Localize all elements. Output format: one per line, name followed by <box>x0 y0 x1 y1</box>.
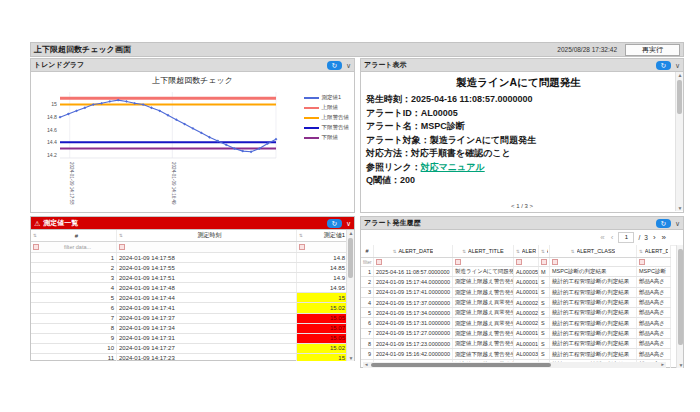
scroll-left-icon[interactable]: ◄ <box>364 362 368 368</box>
history-hscrollbar[interactable]: ◄ ► <box>363 362 666 368</box>
sort-icon[interactable]: ⇅ <box>639 249 643 254</box>
scroll-up-icon[interactable]: ▲ <box>347 230 354 236</box>
filter-icon[interactable] <box>455 259 461 265</box>
filter-icon[interactable] <box>639 259 645 265</box>
filter-icon[interactable] <box>119 244 125 250</box>
table-row[interactable]: 82024-01-09 14:17:3415.07 <box>31 324 348 334</box>
filter-cell[interactable] <box>374 258 453 266</box>
table-row[interactable]: 52024-01-09 15:17:34.0000000測定値上限越え異常発生!… <box>361 308 671 318</box>
scroll-down-icon[interactable]: ▼ <box>347 355 354 361</box>
table-row[interactable]: 62024-01-09 15:17:31.0000000測定値上限越え異常発生!… <box>361 318 671 328</box>
chevron-down-icon[interactable]: ∨ <box>675 219 680 228</box>
sort-icon[interactable]: ⇅ <box>393 249 397 254</box>
table-row[interactable]: 22024-01-09 14:17:5514.85 <box>31 263 348 273</box>
rerun-button[interactable]: 再実行 <box>625 44 680 56</box>
column-header[interactable]: ⇅測定値1 <box>297 230 348 241</box>
scroll-down-icon[interactable]: ▼ <box>677 362 683 368</box>
scroll-up-icon[interactable]: ▲ <box>676 72 684 78</box>
filter-icon[interactable] <box>376 259 382 265</box>
table-row[interactable]: 12025-04-16 11:08:57.0000000製造ラインAにて問題発生… <box>361 267 671 277</box>
column-header[interactable]: ⇅ALERT_D <box>637 245 671 257</box>
filter-cell[interactable] <box>539 258 550 266</box>
first-page-button[interactable]: « <box>600 233 604 243</box>
measurements-panel: ⚠ 測定値一覧 ↻ ∨ ⇅#⇅測定時刻⇅測定値1filter data...12… <box>30 216 355 361</box>
scrollbar-thumb[interactable] <box>371 363 551 367</box>
filter-icon[interactable] <box>541 259 547 265</box>
legend-label: 下限値 <box>322 134 339 141</box>
filter-cell[interactable] <box>637 258 671 266</box>
chevron-down-icon[interactable]: ∨ <box>346 61 351 70</box>
history-scrollbar[interactable]: ▼ <box>676 245 683 368</box>
chevron-down-icon[interactable]: ∨ <box>346 219 351 228</box>
column-header[interactable]: ⇅測定時刻 <box>117 230 297 241</box>
legend-item[interactable]: 上限値 <box>304 104 350 111</box>
chevron-down-icon[interactable]: ∨ <box>675 61 680 70</box>
scroll-down-icon[interactable]: ▼ <box>676 205 684 211</box>
manual-link[interactable]: 対応マニュアル <box>421 162 485 172</box>
filter-cell[interactable]: filter <box>361 258 374 266</box>
filter-cell[interactable] <box>550 258 637 266</box>
alert-scrollbar[interactable]: ▲ ▼ <box>675 72 683 211</box>
column-header[interactable]: ⇅ALERT. <box>539 245 550 257</box>
filter-icon[interactable] <box>33 244 39 250</box>
table-row[interactable]: 92024-01-09 15:16:42.0000000測定値下限越え警告発生!… <box>361 349 671 359</box>
table-row[interactable]: 42024-01-09 14:17:4814.95 <box>31 283 348 293</box>
refresh-icon[interactable]: ↻ <box>327 61 342 70</box>
refresh-icon[interactable]: ↻ <box>327 219 342 228</box>
table-row[interactable]: 72024-01-09 15:17:27.0000000測定値上限越え警告発生!… <box>361 329 671 339</box>
last-page-button[interactable]: » <box>662 233 666 243</box>
filter-icon[interactable] <box>299 244 305 250</box>
measurements-scrollbar[interactable]: ▲ ▼ <box>346 230 354 361</box>
table-row[interactable]: 82024-01-09 15:17:23.0000000測定値上限越え警告発生!… <box>361 339 671 349</box>
alert-pagination[interactable]: < 1 / 3 > <box>361 203 683 209</box>
filter-cell[interactable]: filter data... <box>31 242 117 252</box>
column-header[interactable]: ⇅ALERT_CLASS <box>550 245 637 257</box>
table-row[interactable]: 32024-01-09 14:17:5114.9 <box>31 273 348 283</box>
scrollbar-thumb[interactable] <box>678 249 683 345</box>
legend-item[interactable]: 測定値1 <box>304 94 350 101</box>
sort-icon[interactable]: ⇅ <box>299 233 303 238</box>
refresh-icon[interactable]: ↻ <box>656 219 671 228</box>
legend-label: 測定値1 <box>322 94 342 101</box>
legend-item[interactable]: 下限警告値 <box>304 124 350 131</box>
column-header[interactable]: # <box>361 245 374 257</box>
next-page-button[interactable]: › <box>653 233 656 243</box>
page-number-input[interactable]: 1 <box>618 232 634 243</box>
table-row[interactable]: 62024-01-09 14:17:4115.02 <box>31 303 348 313</box>
table-row[interactable]: 72024-01-09 14:17:3715.05 <box>31 314 348 324</box>
time-cell: 2024-01-09 14:17:55 <box>117 263 297 272</box>
legend-item[interactable]: 上限警告値 <box>304 114 350 121</box>
filter-cell[interactable] <box>514 258 539 266</box>
filter-cell[interactable] <box>453 258 514 266</box>
sort-icon[interactable]: ⇅ <box>541 249 545 254</box>
table-row[interactable]: 42024-01-09 15:17:37.0000000測定値上限越え異常発生!… <box>361 298 671 308</box>
legend-label: 上限警告値 <box>322 114 350 121</box>
table-row[interactable]: 12024-01-09 14:17:5814.8 <box>31 253 348 263</box>
column-header[interactable]: ⇅ALERT_DATE <box>374 245 453 257</box>
title-cell: 測定値上限越え警告発生! <box>453 329 514 338</box>
filter-icon[interactable] <box>552 259 558 265</box>
sort-icon[interactable]: ⇅ <box>462 249 466 254</box>
scroll-right-icon[interactable]: ► <box>661 362 665 368</box>
table-row[interactable]: 112024-01-09 14:17:2315 <box>31 354 348 361</box>
column-header[interactable]: ⇅ALERT_ <box>514 245 539 257</box>
sort-icon[interactable]: ⇅ <box>571 249 575 254</box>
filter-icon[interactable] <box>516 259 522 265</box>
table-row[interactable]: 22024-01-09 15:17:44.0000000測定値上限越え警告発生!… <box>361 277 671 287</box>
column-header[interactable]: ⇅ALERT_TITLE <box>453 245 514 257</box>
sort-icon[interactable]: ⇅ <box>119 233 123 238</box>
table-row[interactable]: 32024-01-09 15:17:41.0000000測定値上限越え警告発生!… <box>361 288 671 298</box>
scrollbar-thumb[interactable] <box>348 238 353 278</box>
prev-page-button[interactable]: ‹ <box>611 233 614 243</box>
filter-cell[interactable] <box>117 242 297 252</box>
scrollbar-thumb[interactable] <box>677 80 682 114</box>
table-row[interactable]: 92024-01-09 14:17:3115.05 <box>31 334 348 344</box>
legend-item[interactable]: 下限値 <box>304 134 350 141</box>
refresh-icon[interactable]: ↻ <box>656 61 671 70</box>
sort-icon[interactable]: ⇅ <box>516 249 520 254</box>
column-header[interactable]: ⇅# <box>31 230 117 241</box>
table-row[interactable]: 52024-01-09 14:17:4415 <box>31 293 348 303</box>
table-row[interactable]: 102024-01-09 14:17:2715.02 <box>31 344 348 354</box>
filter-cell[interactable] <box>297 242 348 252</box>
sort-icon[interactable]: ⇅ <box>33 233 37 238</box>
